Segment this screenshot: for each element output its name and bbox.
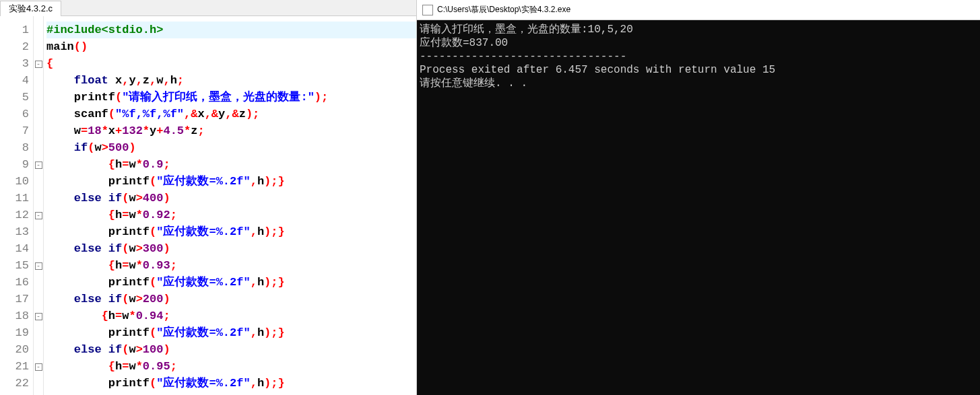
fold-toggle-icon[interactable]: -	[35, 262, 42, 270]
code-line[interactable]: main()	[46, 38, 416, 55]
fold-cell	[34, 324, 43, 341]
fold-cell	[34, 173, 43, 190]
fold-cell	[34, 122, 43, 139]
fold-cell[interactable]: -	[34, 257, 43, 274]
line-number: 10	[0, 173, 33, 190]
fold-cell[interactable]: -	[34, 358, 43, 375]
fold-toggle-icon[interactable]: -	[35, 212, 42, 219]
code-line[interactable]: {h=w*0.93;	[46, 257, 416, 274]
fold-toggle-icon[interactable]: -	[35, 161, 42, 169]
line-number: 9	[0, 156, 33, 173]
line-number: 4	[0, 72, 33, 89]
line-number: 20	[0, 341, 33, 358]
code-line[interactable]: else if(w>100)	[46, 341, 416, 358]
code-line[interactable]: printf("请输入打印纸，墨盒，光盘的数量:");	[46, 89, 416, 106]
fold-cell	[34, 38, 43, 55]
fold-column: ------	[34, 16, 44, 395]
line-number: 13	[0, 223, 33, 240]
code-line[interactable]: {h=w*0.9;	[46, 156, 416, 173]
code-line[interactable]: if(w>500)	[46, 139, 416, 156]
fold-toggle-icon[interactable]: -	[35, 313, 42, 320]
line-number-gutter: 12345678910111213141516171819202122	[0, 16, 34, 395]
code-line[interactable]: scanf("%f,%f,%f",&x,&y,&z);	[46, 106, 416, 122]
code-line[interactable]: {h=w*0.95;	[46, 358, 416, 375]
file-tab[interactable]: 实验4.3.2.c	[0, 1, 61, 16]
line-number: 3	[0, 55, 33, 72]
fold-cell	[34, 291, 43, 308]
line-number: 1	[0, 22, 33, 38]
code-line[interactable]: w=18*x+132*y+4.5*z;	[46, 122, 416, 139]
line-number: 14	[0, 240, 33, 257]
fold-cell[interactable]: -	[34, 55, 43, 72]
fold-toggle-icon[interactable]: -	[35, 363, 42, 371]
console-title-text: C:\Users\慕辰\Desktop\实验4.3.2.exe	[437, 4, 570, 15]
line-number: 19	[0, 324, 33, 341]
fold-cell	[34, 375, 43, 392]
line-number: 2	[0, 38, 33, 55]
fold-cell[interactable]: -	[34, 156, 43, 173]
line-number: 11	[0, 190, 33, 207]
editor-pane: 实验4.3.2.c 123456789101112131415161718192…	[0, 0, 417, 395]
fold-cell	[34, 89, 43, 106]
line-number: 22	[0, 375, 33, 392]
code-line[interactable]: {h=w*0.94;	[46, 308, 416, 324]
code-line[interactable]: {h=w*0.92;	[46, 207, 416, 223]
code-area[interactable]: 12345678910111213141516171819202122 ----…	[0, 16, 416, 395]
code-line[interactable]: float x,y,z,w,h;	[46, 72, 416, 89]
code-content[interactable]: #include<stdio.h>main(){ float x,y,z,w,h…	[44, 16, 416, 395]
code-line[interactable]: #include<stdio.h>	[46, 22, 416, 38]
fold-cell	[34, 72, 43, 89]
code-line[interactable]: else if(w>400)	[46, 190, 416, 207]
line-number: 15	[0, 257, 33, 274]
code-line[interactable]: printf("应付款数=%.2f",h);}	[46, 223, 416, 240]
fold-cell	[34, 106, 43, 122]
line-number: 12	[0, 207, 33, 223]
console-pane: C:\Users\慕辰\Desktop\实验4.3.2.exe 请输入打印纸，墨…	[417, 0, 980, 395]
line-number: 21	[0, 358, 33, 375]
line-number: 18	[0, 308, 33, 324]
line-number: 7	[0, 122, 33, 139]
fold-cell[interactable]: -	[34, 207, 43, 223]
fold-cell	[34, 190, 43, 207]
code-line[interactable]: printf("应付款数=%.2f",h);}	[46, 274, 416, 291]
code-line[interactable]: printf("应付款数=%.2f",h);}	[46, 375, 416, 392]
fold-cell	[34, 139, 43, 156]
code-line[interactable]: else if(w>300)	[46, 240, 416, 257]
fold-cell	[34, 240, 43, 257]
fold-toggle-icon[interactable]: -	[35, 61, 42, 68]
line-number: 6	[0, 106, 33, 122]
fold-cell[interactable]: -	[34, 308, 43, 324]
code-line[interactable]: printf("应付款数=%.2f",h);}	[46, 324, 416, 341]
tab-bar: 实验4.3.2.c	[0, 0, 416, 16]
line-number: 5	[0, 89, 33, 106]
app-icon	[422, 5, 433, 15]
code-line[interactable]: {	[46, 55, 416, 72]
fold-cell	[34, 341, 43, 358]
fold-cell	[34, 22, 43, 38]
line-number: 17	[0, 291, 33, 308]
fold-cell	[34, 274, 43, 291]
line-number: 8	[0, 139, 33, 156]
fold-cell	[34, 223, 43, 240]
console-output[interactable]: 请输入打印纸，墨盒，光盘的数量:10,5,20 应付款数=837.00 ----…	[417, 20, 980, 395]
console-title-bar[interactable]: C:\Users\慕辰\Desktop\实验4.3.2.exe	[417, 0, 980, 20]
line-number: 16	[0, 274, 33, 291]
code-line[interactable]: else if(w>200)	[46, 291, 416, 308]
code-line[interactable]: printf("应付款数=%.2f",h);}	[46, 173, 416, 190]
